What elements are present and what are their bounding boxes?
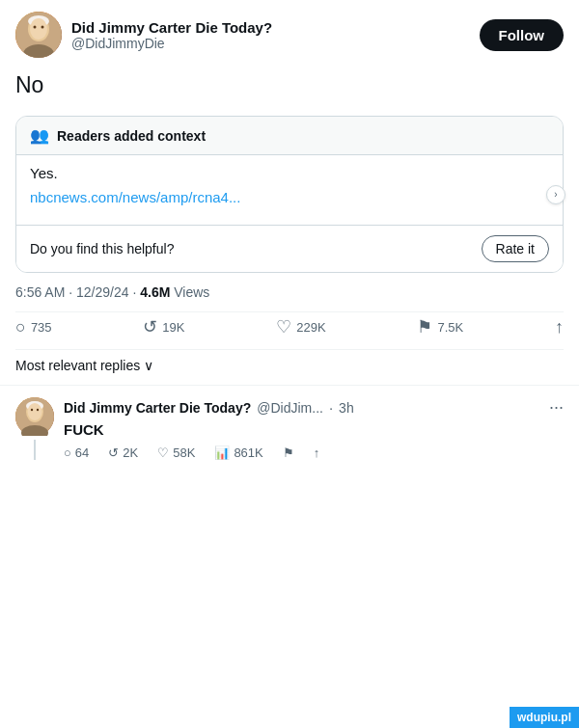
- reply-share-action[interactable]: ↑: [314, 445, 320, 460]
- context-wrapper: 👥 Readers added context Yes. nbcnews.com…: [15, 116, 564, 273]
- tweet-views-count: 4.6M: [140, 284, 170, 300]
- svg-point-12: [37, 409, 39, 411]
- tweet-header: Did Jimmy Carter Die Today? @DidJimmyDie…: [15, 12, 564, 58]
- like-count: 229K: [296, 320, 325, 335]
- tweet-body: No: [15, 69, 564, 100]
- avatar[interactable]: [15, 12, 62, 58]
- reply-text: FUCK: [64, 421, 564, 438]
- reply-time: 3h: [339, 400, 354, 416]
- reply-actions: ○ 64 ↺ 2K ♡ 58K 📊 861K ⚑: [64, 445, 564, 460]
- context-link[interactable]: nbcnews.com/news/amp/rcna4...: [30, 189, 549, 205]
- reply-retweet-count: 2K: [123, 445, 138, 460]
- reply-bookmark-icon: ⚑: [283, 445, 294, 460]
- svg-point-11: [31, 409, 33, 411]
- reply-thread-line: [34, 440, 36, 460]
- share-action[interactable]: ↑: [555, 317, 564, 337]
- tweet-author: Did Jimmy Carter Die Today? @DidJimmyDie: [15, 12, 272, 58]
- reply-comment-icon: ○: [64, 445, 71, 460]
- heart-icon: ♡: [276, 316, 291, 337]
- bookmark-count: 7.5K: [437, 320, 463, 335]
- reply-inner: Did Jimmy Carter Die Today? @DidJim... ·…: [15, 397, 564, 460]
- author-info: Did Jimmy Carter Die Today? @DidJimmyDie: [71, 19, 272, 51]
- reply-like-count: 58K: [173, 445, 195, 460]
- tweet-time: 6:56 AM: [15, 284, 65, 300]
- watermark: wdupiu.pl: [510, 707, 579, 728]
- chevron-right-icon[interactable]: ›: [546, 185, 565, 204]
- reply-author-row: Did Jimmy Carter Die Today? @DidJim... ·…: [64, 399, 354, 416]
- reply-dot-sep: ·: [329, 399, 333, 416]
- actions-row: ○ 735 ↺ 19K ♡ 229K ⚑ 7.5K ↑: [15, 312, 564, 349]
- follow-button[interactable]: Follow: [480, 19, 565, 51]
- reply-comment-action[interactable]: ○ 64: [64, 445, 89, 460]
- avatar-image: [15, 12, 62, 58]
- chevron-down-icon: ∨: [144, 358, 153, 373]
- helpful-text: Do you find this helpful?: [30, 241, 174, 256]
- author-name[interactable]: Did Jimmy Carter Die Today?: [71, 19, 272, 36]
- reply-bookmark-action[interactable]: ⚑: [283, 445, 294, 460]
- reply-author-handle[interactable]: @DidJim...: [257, 400, 323, 416]
- most-relevant-text: Most relevant replies: [15, 358, 140, 373]
- tweet-container: Did Jimmy Carter Die Today? @DidJimmyDie…: [0, 0, 579, 385]
- reply-retweet-icon: ↺: [108, 445, 119, 460]
- reply-heart-icon: ♡: [157, 445, 169, 460]
- comment-icon: ○: [15, 317, 26, 337]
- more-options-icon[interactable]: ···: [549, 397, 564, 418]
- svg-point-10: [28, 403, 42, 420]
- reply-views-count: 861K: [234, 445, 262, 460]
- reply-share-icon: ↑: [314, 445, 320, 460]
- author-handle[interactable]: @DidJimmyDie: [71, 36, 272, 51]
- context-header-text: Readers added context: [57, 128, 206, 144]
- reply-author-name[interactable]: Did Jimmy Carter Die Today?: [64, 400, 251, 416]
- most-relevant-button[interactable]: Most relevant replies ∨: [15, 350, 564, 385]
- context-footer: Do you find this helpful? Rate it: [16, 225, 563, 272]
- context-yes-text: Yes.: [30, 165, 549, 181]
- svg-point-3: [30, 18, 47, 40]
- svg-point-4: [34, 26, 37, 29]
- reply-container: Did Jimmy Carter Die Today? @DidJim... ·…: [0, 385, 579, 472]
- reply-views-icon: 📊: [214, 445, 230, 460]
- like-action[interactable]: ♡ 229K: [276, 316, 325, 337]
- retweet-icon: ↺: [143, 316, 157, 337]
- reply-like-action[interactable]: ♡ 58K: [157, 445, 195, 460]
- reply-comment-count: 64: [75, 445, 89, 460]
- tweet-meta: 6:56 AM · 12/29/24 · 4.6M Views: [15, 284, 564, 300]
- bookmark-icon: ⚑: [417, 316, 432, 337]
- reply-header: Did Jimmy Carter Die Today? @DidJim... ·…: [64, 397, 564, 418]
- context-box: 👥 Readers added context Yes. nbcnews.com…: [15, 116, 564, 273]
- readers-icon: 👥: [30, 126, 49, 145]
- rate-it-button[interactable]: Rate it: [482, 235, 549, 262]
- reply-retweet-action[interactable]: ↺ 2K: [108, 445, 138, 460]
- retweet-action[interactable]: ↺ 19K: [143, 316, 184, 337]
- context-header: 👥 Readers added context: [16, 117, 563, 155]
- context-body: Yes. nbcnews.com/news/amp/rcna4...: [16, 155, 563, 225]
- reply-avatar-col: [15, 397, 54, 460]
- share-icon: ↑: [555, 317, 564, 337]
- retweet-count: 19K: [162, 320, 184, 335]
- svg-point-5: [41, 26, 44, 29]
- reply-content: Did Jimmy Carter Die Today? @DidJim... ·…: [64, 397, 564, 460]
- comment-action[interactable]: ○ 735: [15, 317, 52, 337]
- bookmark-action[interactable]: ⚑ 7.5K: [417, 316, 463, 337]
- tweet-views-label: Views: [174, 284, 209, 300]
- tweet-date: 12/29/24: [76, 284, 129, 300]
- reply-views-action[interactable]: 📊 861K: [214, 445, 262, 460]
- comment-count: 735: [31, 320, 52, 335]
- reply-avatar[interactable]: [15, 397, 54, 436]
